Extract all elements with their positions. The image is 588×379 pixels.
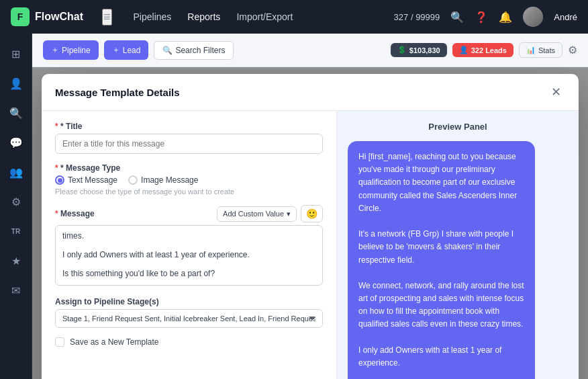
pipeline-button[interactable]: ＋ Pipeline xyxy=(43,40,99,60)
search-filter-icon: 🔍 xyxy=(162,46,173,55)
message-actions: Add Custom Value ▾ 🙂 xyxy=(217,205,323,222)
person-icon: 👤 xyxy=(459,46,469,54)
search-filter-button[interactable]: 🔍 Search Filters xyxy=(154,41,234,60)
save-template-label: Save as a New Template xyxy=(70,337,159,347)
sidebar-icon-star[interactable]: ★ xyxy=(4,249,28,273)
pipeline-stage-group: Assign to Pipeline Stage(s) Stage 1, Fri… xyxy=(55,297,323,328)
logo-icon: F xyxy=(11,7,30,26)
pipeline-stage-label: Assign to Pipeline Stage(s) xyxy=(55,297,323,306)
message-type-group: * * Message Type Text Message xyxy=(55,163,323,196)
sidebar-icon-person[interactable]: 👤 xyxy=(4,71,28,95)
nav-links: Pipelines Reports Import/Export xyxy=(134,9,293,25)
modal-body: * * Title * * Message Type xyxy=(42,111,579,379)
message-type-row: Text Message Image Message xyxy=(55,175,323,185)
modal-message-template: Message Template Details ✕ * * Title xyxy=(42,74,579,379)
nav-counter: 327 / 99999 xyxy=(394,12,440,22)
sidebar-icon-search[interactable]: 🔍 xyxy=(4,101,28,125)
message-label: * Message xyxy=(55,209,95,218)
save-template-row: Save as a New Template xyxy=(55,337,323,347)
modal-close-button[interactable]: ✕ xyxy=(547,83,565,101)
subheader: ＋ Pipeline ＋ Lead 🔍 Search Filters 💲 $10… xyxy=(32,34,588,67)
logo: F FlowChat xyxy=(11,7,83,26)
radio-selected-indicator xyxy=(55,175,64,185)
avatar[interactable] xyxy=(523,7,543,27)
right-panel: Preview Panel Hi [first_name], reaching … xyxy=(337,111,579,379)
sidebar-icon-users[interactable]: 👥 xyxy=(4,160,28,184)
nav-link-reports[interactable]: Reports xyxy=(187,9,220,25)
leads-badge: 👤 322 Leads xyxy=(452,43,513,57)
emoji-button[interactable]: 🙂 xyxy=(301,205,323,222)
chevron-down-icon: ▾ xyxy=(287,210,291,218)
left-panel: * * Title * * Message Type xyxy=(42,111,337,379)
modal-overlay: Message Template Details ✕ * * Title xyxy=(32,67,588,379)
modal-title: Message Template Details xyxy=(55,87,180,98)
sidebar-icon-tr[interactable]: TR xyxy=(4,219,28,243)
preview-panel-title: Preview Panel xyxy=(348,122,568,132)
title-input[interactable] xyxy=(55,134,323,154)
title-label: * * Title xyxy=(55,122,323,131)
sidebar: ⊞ 👤 🔍 💬 👥 ⚙ TR ★ ✉ xyxy=(0,34,32,379)
help-icon[interactable]: ❓ xyxy=(475,11,488,24)
pipeline-stage-select[interactable]: Stage 1, Friend Request Sent, Initial Ic… xyxy=(55,309,323,328)
message-header-row: * Message Add Custom Value ▾ 🙂 xyxy=(55,205,323,222)
preview-message-bubble: Hi [first_name], reaching out to you bec… xyxy=(348,141,535,379)
message-type-label: * * Message Type xyxy=(55,163,323,173)
nav-link-pipelines[interactable]: Pipelines xyxy=(134,9,172,25)
radio-dot xyxy=(58,178,62,183)
plus-icon: ＋ xyxy=(51,44,59,56)
lead-button[interactable]: ＋ Lead xyxy=(104,40,149,60)
subheader-right: 💲 $103,830 👤 322 Leads 📊 Stats ⚙ xyxy=(391,42,577,58)
top-nav: F FlowChat ≡ Pipelines Reports Import/Ex… xyxy=(0,0,588,34)
text-message-radio[interactable]: Text Message xyxy=(55,175,117,185)
title-field-group: * * Title xyxy=(55,122,323,154)
save-template-checkbox[interactable] xyxy=(55,337,64,347)
plus-icon-lead: ＋ xyxy=(112,44,120,56)
modal-header: Message Template Details ✕ xyxy=(42,74,579,111)
stats-button[interactable]: 📊 Stats xyxy=(519,42,562,58)
chart-icon: 📊 xyxy=(526,46,536,54)
add-custom-value-button[interactable]: Add Custom Value ▾ xyxy=(217,206,297,222)
nav-right: 327 / 99999 🔍 ❓ 🔔 André xyxy=(394,7,577,27)
type-hint: Please choose the type of message you wa… xyxy=(55,187,323,196)
sidebar-icon-mail[interactable]: ✉ xyxy=(4,278,28,302)
message-group: * Message Add Custom Value ▾ 🙂 times. I … xyxy=(55,205,323,288)
radio-unselected-indicator xyxy=(128,175,138,185)
main-content: Lead In ↓ 🔵 🔵 Overdue $0 📅 Overdue $ Lea… xyxy=(32,67,588,379)
sidebar-icon-message[interactable]: 💬 xyxy=(4,130,28,155)
revenue-badge: 💲 $103,830 xyxy=(391,43,447,57)
user-name: André xyxy=(554,12,577,22)
sidebar-icon-settings[interactable]: ⚙ xyxy=(4,190,28,214)
hamburger-button[interactable]: ≡ xyxy=(102,9,112,26)
settings-gear-icon[interactable]: ⚙ xyxy=(568,44,577,56)
image-message-radio[interactable]: Image Message xyxy=(128,175,198,185)
preview-message-text: Hi [first_name], reaching out to you bec… xyxy=(358,152,526,379)
notification-icon[interactable]: 🔔 xyxy=(499,11,512,24)
nav-link-importexport[interactable]: Import/Export xyxy=(236,9,293,25)
message-textarea[interactable]: times. I only add Owners with at least 1… xyxy=(55,225,323,286)
sidebar-icon-grid[interactable]: ⊞ xyxy=(4,42,28,66)
dollar-icon: 💲 xyxy=(397,46,407,54)
search-icon[interactable]: 🔍 xyxy=(450,11,464,24)
